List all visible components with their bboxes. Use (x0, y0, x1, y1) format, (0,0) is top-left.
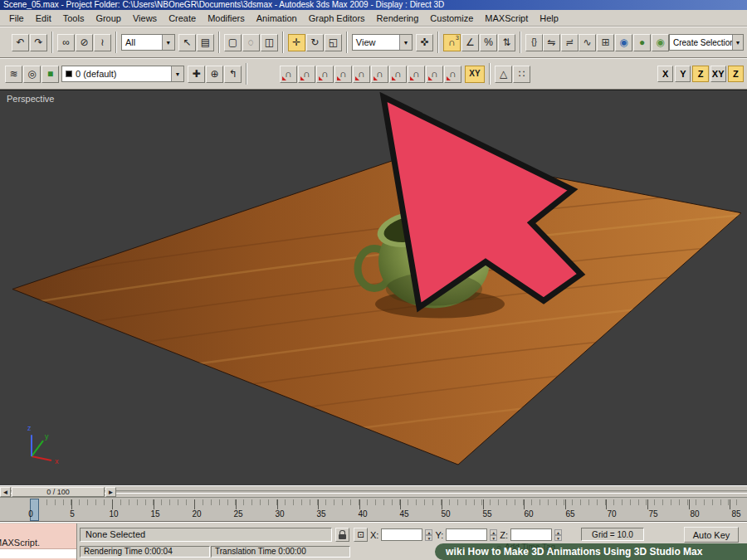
snap-face-icon[interactable]: ∩ (389, 66, 407, 83)
x-coordinate-field[interactable] (381, 528, 422, 541)
reference-coordinate-dropdown[interactable]: View ▼ (352, 34, 413, 51)
maxscript-mini-listener[interactable]: MAXScript. (0, 523, 77, 560)
toolbar-separator (51, 32, 53, 53)
chevron-down-icon[interactable]: ▼ (399, 35, 412, 50)
redo-icon[interactable]: ↷ (30, 34, 47, 51)
xy-snap-button[interactable]: XY (465, 66, 485, 83)
schematic-view-icon[interactable]: ⊞ (597, 34, 614, 51)
dot-grid-icon[interactable]: ∷ (513, 66, 530, 83)
select-and-rotate-icon[interactable]: ↻ (306, 34, 324, 51)
add-selection-to-layer-icon[interactable]: ⊕ (206, 66, 223, 83)
edit-named-selection-sets-icon[interactable]: {} (525, 34, 543, 51)
menu-maxscript[interactable]: MAXScript (479, 12, 534, 25)
layer-flyout-icon[interactable]: ≋ (5, 66, 22, 83)
snap-grid-icon[interactable]: ∩ (280, 66, 297, 83)
select-objects-in-layer-icon[interactable]: ↰ (224, 66, 242, 83)
layer-dropdown[interactable]: 0 (default) ▼ (61, 66, 184, 82)
x-label: X: (370, 530, 378, 540)
menu-bar: FileEditToolsGroupViewsCreateModifiersAn… (0, 10, 747, 27)
chevron-down-icon[interactable]: ▼ (171, 66, 183, 81)
align-icon[interactable]: ≓ (561, 34, 579, 51)
menu-customize[interactable]: Customize (424, 12, 479, 25)
snap-vertex-icon[interactable]: ∩ (316, 66, 334, 83)
restrict-x-button[interactable]: X (657, 66, 673, 82)
quick-render-teapot-icon[interactable]: ◉ (652, 34, 669, 51)
undo-icon[interactable]: ↶ (12, 34, 29, 51)
viewport-canvas: x y z (0, 90, 747, 485)
z-spinner[interactable]: ▲▼ (554, 529, 562, 541)
toolbar-separator (246, 63, 247, 85)
snaps-toggle-icon[interactable]: ∩3 (443, 34, 461, 51)
layer-color-icon[interactable]: ■ (42, 66, 59, 83)
selection-lock-button[interactable] (335, 528, 349, 542)
menu-rendering[interactable]: Rendering (371, 12, 425, 25)
perspective-viewport[interactable]: Perspective (0, 90, 747, 485)
y-coordinate-field[interactable] (446, 528, 487, 541)
z-coordinate-field[interactable] (510, 528, 552, 541)
menu-edit[interactable]: Edit (30, 12, 57, 25)
track-bar[interactable]: 0510152025303540455055606570758085 (0, 497, 747, 522)
angle-snap-toggle-icon[interactable]: ∠ (461, 34, 479, 51)
mirror-icon[interactable]: ⇋ (543, 34, 560, 51)
3ds-max-window: Scene_05.max - Project Folder: C:\Users\… (0, 0, 747, 560)
snap-midpoint-icon[interactable]: ∩ (353, 66, 370, 83)
x-spinner[interactable]: ▲▼ (425, 529, 432, 541)
next-frame-button[interactable]: ► (105, 487, 116, 497)
select-by-name-icon[interactable]: ▤ (197, 34, 214, 51)
previous-frame-button[interactable]: ◄ (0, 487, 11, 497)
window-crossing-icon[interactable]: ◫ (261, 34, 278, 51)
menu-help[interactable]: Help (534, 12, 564, 25)
select-and-link-icon[interactable]: ∞ (57, 34, 75, 51)
menu-file[interactable]: File (3, 12, 30, 25)
chevron-down-icon[interactable]: ▼ (732, 35, 743, 50)
spinner-snap-toggle-icon[interactable]: ⇅ (498, 34, 515, 51)
viewport-label[interactable]: Perspective (7, 94, 54, 104)
listener-input-line[interactable] (0, 548, 76, 558)
menu-modifiers[interactable]: Modifiers (202, 12, 251, 25)
selection-set-input[interactable] (673, 35, 732, 50)
percent-snap-toggle-icon[interactable]: % (480, 34, 497, 51)
menu-graph-editors[interactable]: Graph Editors (303, 12, 371, 25)
unlink-selection-icon[interactable]: ⊘ (76, 34, 93, 51)
render-setup-teapot-icon[interactable]: ● (633, 34, 651, 51)
menu-views[interactable]: Views (127, 12, 163, 25)
auto-key-button[interactable]: Auto Key (684, 527, 739, 543)
menu-tools[interactable]: Tools (57, 12, 90, 25)
chevron-down-icon[interactable]: ▼ (162, 35, 174, 50)
select-object-icon[interactable]: ↖ (178, 34, 196, 51)
snap-edge-icon[interactable]: ∩ (371, 66, 388, 83)
absolute-offset-toggle[interactable]: ⊡ (354, 528, 368, 542)
pyramid-widget-icon[interactable]: △ (495, 66, 512, 83)
snap-tangent-icon[interactable]: ∩ (408, 66, 425, 83)
material-editor-icon[interactable]: ◉ (615, 34, 632, 51)
restrict-z-button[interactable]: Z (692, 66, 708, 82)
menu-animation[interactable]: Animation (251, 12, 303, 25)
wikihow-logo: wiki (446, 546, 465, 558)
select-and-move-icon[interactable]: ✛ (288, 34, 305, 51)
snap-endpoint-icon[interactable]: ∩ (334, 66, 352, 83)
time-slider-handle[interactable]: 0 / 100 (12, 487, 105, 497)
snap-perpendicular-icon[interactable]: ∩ (426, 66, 443, 83)
circular-selection-region-icon[interactable]: ◌ (242, 34, 260, 51)
bind-to-space-warp-icon[interactable]: ≀ (94, 34, 111, 51)
menu-create[interactable]: Create (163, 12, 202, 25)
rectangular-selection-region-icon[interactable]: ▢ (224, 34, 242, 51)
snap-frozen-icon[interactable]: ∩ (444, 66, 461, 83)
named-selection-set-combo[interactable]: ▼ (669, 34, 744, 51)
y-spinner[interactable]: ▲▼ (490, 529, 497, 541)
snap-pivot-icon[interactable]: ∩ (298, 66, 315, 83)
toolbar-separator (115, 32, 117, 53)
menu-group[interactable]: Group (90, 12, 127, 25)
curve-editor-icon[interactable]: ∿ (579, 34, 596, 51)
track-tick-label: 80 (686, 509, 704, 519)
restrict-xy-plane-button[interactable]: XY (710, 66, 726, 82)
restrict-y-button[interactable]: Y (675, 66, 691, 82)
snap-arrow-mark (300, 76, 305, 80)
create-new-layer-icon[interactable]: ✚ (188, 66, 205, 83)
selection-filter-dropdown[interactable]: All ▼ (121, 34, 175, 51)
select-and-uniform-scale-icon[interactable]: ◱ (325, 34, 342, 51)
layer-visibility-icon[interactable]: ◎ (23, 66, 41, 83)
selection-status: None Selected (80, 528, 332, 542)
restrict-extra-button[interactable]: Z (728, 66, 744, 82)
select-and-manipulate-icon[interactable]: ✜ (416, 34, 433, 51)
